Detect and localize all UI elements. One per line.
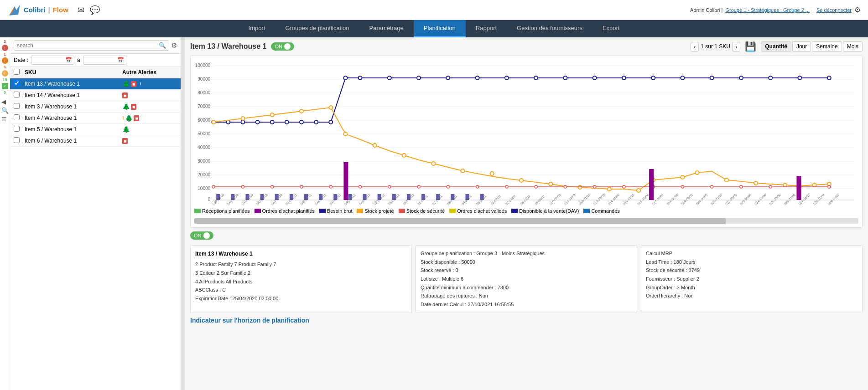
legend-color-ordres-planifies: [255, 209, 261, 213]
details-toggle-label: ON: [194, 233, 202, 238]
details-rattrapage: Rattrapage des ruptures : Non: [421, 292, 632, 300]
svg-text:S25-20/06: S25-20/06: [769, 193, 781, 205]
calendar-to-icon[interactable]: 📅: [117, 57, 124, 63]
group-link[interactable]: Groupe 1 - Stratégiques : Groupe 2 ...: [725, 7, 810, 13]
sidebar-layers-icon[interactable]: ☰: [1, 116, 9, 123]
details-grid: Item 13 / Warehouse 1 2 Product Family 7…: [190, 245, 863, 313]
select-all-checkbox[interactable]: [14, 69, 20, 75]
sku-list-header: SKU Autre Alertes: [10, 67, 181, 78]
nav-parametrage[interactable]: Paramétrage: [359, 20, 414, 37]
nav-rapport[interactable]: Rapport: [466, 20, 507, 37]
calendar-from-icon[interactable]: 📅: [65, 57, 72, 63]
svg-point-56: [343, 132, 347, 136]
sku-checkbox[interactable]: [14, 137, 20, 143]
svg-point-66: [637, 189, 640, 192]
svg-point-39: [505, 76, 509, 80]
svg-point-69: [696, 171, 699, 174]
sku-label: Item 14 / Warehouse 1: [25, 92, 122, 98]
svg-text:60000: 60000: [198, 118, 210, 123]
svg-point-79: [329, 185, 332, 188]
nav-groupes[interactable]: Groupes de planification: [275, 20, 359, 37]
view-semaine[interactable]: Semaine: [812, 41, 842, 51]
sku-checkbox[interactable]: [14, 92, 20, 98]
sku-row[interactable]: Item 6 / Warehouse 1 ■: [10, 135, 181, 147]
settings-gear-icon[interactable]: ⚙: [171, 41, 177, 50]
sku-row[interactable]: Item 13 / Warehouse 1 🌲 ■ !: [10, 78, 181, 90]
alert-icon-2[interactable]: !: [2, 57, 8, 64]
view-jour[interactable]: Jour: [792, 41, 811, 51]
date-from-input[interactable]: [33, 56, 65, 64]
sidebar-resize-handle[interactable]: [181, 37, 185, 390]
sku-row[interactable]: Item 5 / Warehouse 1 🌲: [10, 124, 181, 135]
legend-commandes: Commandes: [583, 208, 619, 214]
svg-point-53: [270, 113, 274, 117]
prev-sku-button[interactable]: ‹: [691, 42, 699, 51]
legend-receptions: Réceptions planifiées: [194, 208, 250, 214]
exclamation-icon: !: [122, 115, 124, 122]
sku-checkbox[interactable]: [14, 114, 20, 120]
svg-point-65: [608, 187, 611, 191]
details-stock-secu: Stock de sécurité : 8749: [646, 266, 858, 275]
svg-text:10000: 10000: [198, 186, 210, 191]
svg-point-80: [359, 185, 361, 188]
svg-text:S12-21/03: S12-21/03: [578, 193, 591, 205]
svg-point-45: [681, 76, 684, 80]
sidebar-search-icon[interactable]: 🔍: [1, 107, 9, 114]
save-icon[interactable]: 💾: [745, 41, 756, 52]
details-abcclass: ABCClass : C: [195, 286, 407, 294]
sku-row[interactable]: Item 14 / Warehouse 1 ■: [10, 90, 181, 101]
item-title: Item 13 / Warehouse 1: [190, 42, 266, 51]
legend-besoin: Besoin brut: [319, 208, 353, 214]
red-cube-icon: ■: [134, 115, 139, 121]
app-header: Colibri | Flow ✉ 💬 Admin Colibri | Group…: [0, 0, 868, 20]
svg-text:30000: 30000: [198, 159, 210, 164]
sku-checkbox[interactable]: [14, 80, 20, 86]
details-fournisseur: Fournisseur : Supplier 2: [646, 275, 858, 283]
details-order-hierarchy: OrderHierarchy : Non: [646, 292, 858, 300]
svg-text:80000: 80000: [198, 90, 210, 95]
next-sku-button[interactable]: ›: [732, 42, 740, 51]
svg-text:40000: 40000: [198, 145, 210, 150]
alert-icon-1[interactable]: !: [2, 45, 8, 51]
nav-gestion[interactable]: Gestion des fournisseurs: [507, 20, 593, 37]
main-chart: 100000 90000 80000 70000 60000 50000 400…: [194, 60, 858, 205]
date-to-input[interactable]: [85, 56, 117, 64]
search-input[interactable]: [17, 42, 159, 49]
svg-point-76: [241, 185, 244, 188]
indicator-title: Indicateur sur l'horizon de planificatio…: [190, 317, 863, 324]
chat-icon[interactable]: 💬: [90, 5, 100, 15]
chart-scrollbar[interactable]: [194, 218, 858, 224]
on-toggle[interactable]: ON: [271, 42, 294, 51]
mail-icon[interactable]: ✉: [78, 5, 84, 15]
svg-point-49: [798, 76, 801, 80]
header-icons: ✉ 💬: [78, 5, 100, 15]
nav-export[interactable]: Export: [593, 20, 630, 37]
settings-icon[interactable]: ⚙: [854, 5, 861, 14]
alert-icon-4[interactable]: ✓: [2, 83, 8, 89]
nav-import[interactable]: Import: [239, 20, 275, 37]
details-field: 3 Editeur 2 Sur Famille 2: [195, 269, 407, 277]
search-box[interactable]: 🔍: [14, 40, 169, 51]
view-quantite[interactable]: Quantité: [761, 41, 791, 51]
red-cube-icon: ■: [131, 81, 136, 87]
details-toggle[interactable]: ON: [190, 231, 213, 240]
view-mois[interactable]: Mois: [843, 41, 863, 51]
svg-text:S26-27/06: S26-27/06: [783, 193, 796, 205]
alert-icon-3[interactable]: !: [2, 70, 8, 77]
svg-point-68: [681, 175, 684, 179]
sku-row[interactable]: Item 4 / Warehouse 1 ! 🌲 ■: [10, 113, 181, 124]
nav-planification[interactable]: Planification: [414, 20, 466, 37]
logout-link[interactable]: Se déconnecter: [816, 7, 852, 13]
svg-point-62: [520, 179, 523, 182]
details-group-order: GroupOrder : 3 Month: [646, 283, 858, 292]
chart-scrollbar-thumb[interactable]: [194, 218, 726, 224]
svg-text:S14-04/04: S14-04/04: [607, 193, 620, 205]
sku-checkbox[interactable]: [14, 126, 20, 132]
svg-point-48: [769, 76, 772, 80]
sku-row[interactable]: Item 3 / Warehouse 1 🌲 ■: [10, 101, 181, 113]
sku-checkbox[interactable]: [14, 103, 20, 109]
main-layout: 2 ! 1 ! 6 ! 10 ✓ 0 ◀ 🔍 ☰ 🔍 ⚙ Date :: [0, 37, 868, 390]
sidebar-left-arrow[interactable]: ◀: [1, 98, 9, 105]
legend-stock-projete: Stock projeté: [357, 208, 394, 214]
app-logo: Colibri | Flow: [7, 3, 68, 17]
